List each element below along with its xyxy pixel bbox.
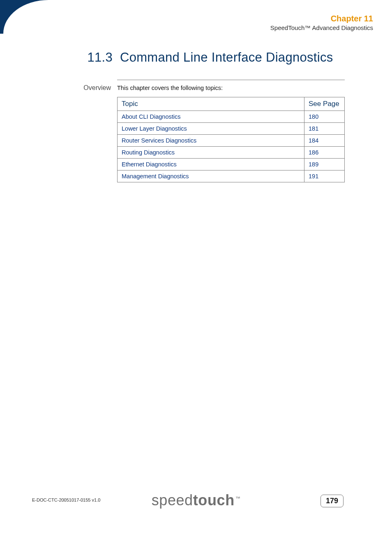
topic-link[interactable]: Routing Diagnostics [122, 149, 175, 156]
section-number: 11.3 [84, 50, 113, 65]
table-row: Routing Diagnostics 186 [118, 147, 345, 159]
thomson-logo: THOMSON [14, 7, 51, 25]
page-link[interactable]: 186 [309, 149, 318, 156]
topic-link[interactable]: Lower Layer Diagnostics [122, 125, 187, 132]
topic-link[interactable]: Router Services Diagnostics [122, 137, 196, 144]
logo-tm: ™ [235, 495, 241, 501]
page-link[interactable]: 191 [309, 173, 318, 180]
topic-link[interactable]: Ethernet Diagnostics [122, 161, 177, 168]
logo-bold: touch [193, 492, 235, 509]
col-topic-header: Topic [118, 97, 304, 111]
thomson-icon [28, 7, 37, 16]
table-row: About CLI Diagnostics 180 [118, 111, 345, 123]
page-link[interactable]: 181 [309, 125, 318, 132]
table-row: Router Services Diagnostics 184 [118, 135, 345, 147]
logo-thin: speed [152, 492, 193, 509]
footer: E-DOC-CTC-20051017-0155 v1.0 speedtouch™… [0, 506, 392, 555]
table-row: Management Diagnostics 191 [118, 170, 345, 182]
overview-label: Overview [33, 84, 111, 92]
table-row: Ethernet Diagnostics 189 [118, 159, 345, 170]
section-heading: 11.3Command Line Interface Diagnostics [84, 50, 333, 65]
thomson-logo-text: THOMSON [14, 17, 51, 25]
topic-link[interactable]: Management Diagnostics [122, 173, 189, 180]
divider [117, 80, 345, 80]
page-link[interactable]: 189 [309, 161, 318, 168]
page-link[interactable]: 184 [309, 137, 318, 144]
table-header-row: Topic See Page [118, 97, 345, 111]
topic-link[interactable]: About CLI Diagnostics [122, 113, 180, 120]
section-title: Command Line Interface Diagnostics [120, 50, 333, 64]
overview-intro: This chapter covers the following topics… [117, 85, 223, 91]
col-page-header: See Page [304, 97, 345, 111]
chapter-header: Chapter 11 SpeedTouch™ Advanced Diagnost… [270, 14, 373, 31]
page-link[interactable]: 180 [309, 113, 318, 120]
page-number: 179 [321, 495, 344, 507]
chapter-label: Chapter 11 [270, 14, 373, 23]
table-row: Lower Layer Diagnostics 181 [118, 123, 345, 135]
topics-table: Topic See Page About CLI Diagnostics 180… [117, 97, 345, 182]
page-body [3, 0, 392, 555]
chapter-subtitle: SpeedTouch™ Advanced Diagnostics [270, 24, 373, 31]
